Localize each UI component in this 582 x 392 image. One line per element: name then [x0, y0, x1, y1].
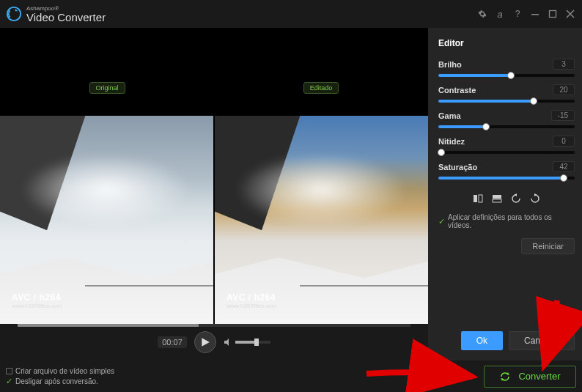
original-tag: Original	[89, 82, 125, 94]
maximize-icon[interactable]	[547, 8, 559, 20]
reset-button[interactable]: Reiniciar	[521, 238, 575, 254]
preview-pane: Original Editado AVC / h264 www.h265file…	[0, 28, 428, 360]
watermark-codec: AVC / h264	[226, 292, 276, 303]
watermark-codec: AVC / h264	[12, 292, 62, 303]
slider-label: Nitidez	[438, 137, 465, 146]
check-icon: ✓	[6, 377, 12, 386]
rotate-left-icon[interactable]	[509, 191, 523, 206]
slider-nitidez: Nitidez0	[438, 136, 575, 154]
help-icon[interactable]: ?	[512, 8, 523, 20]
rotate-right-icon[interactable]	[528, 191, 542, 206]
simple-file-check[interactable]: Criar arquivo de vídeo simples	[6, 367, 114, 375]
current-time: 00:07	[158, 336, 187, 348]
tool-icons	[438, 191, 575, 206]
slider-track[interactable]	[438, 151, 575, 154]
refresh-icon	[499, 371, 511, 382]
timeline[interactable]	[18, 324, 410, 327]
svg-rect-6	[474, 195, 477, 202]
svg-rect-9	[493, 199, 501, 202]
convert-label: Converter	[518, 371, 560, 382]
svg-rect-8	[493, 195, 501, 199]
slider-track[interactable]	[438, 177, 575, 180]
volume-icon	[224, 338, 232, 347]
shutdown-check[interactable]: ✓Desligar após conversão.	[6, 377, 114, 386]
shutdown-label: Desligar após conversão.	[15, 377, 98, 385]
slider-saturacao: Saturação42	[438, 161, 575, 180]
slider-label: Contraste	[438, 86, 476, 95]
convert-button[interactable]: Converter	[484, 366, 576, 388]
slider-value[interactable]: 42	[553, 161, 575, 172]
slider-label: Gama	[438, 111, 461, 120]
editor-panel: Editor Brilho3 Contraste20 Gama-15 Nitid…	[428, 28, 582, 360]
ok-button[interactable]: Ok	[461, 331, 503, 350]
playback-controls: 00:07	[0, 324, 428, 360]
slider-track[interactable]	[438, 74, 575, 77]
slider-value[interactable]: -15	[551, 110, 575, 121]
preview-videos: Original Editado AVC / h264 www.h265file…	[0, 28, 428, 324]
svg-marker-5	[224, 339, 229, 346]
simple-file-label: Criar arquivo de vídeo simples	[15, 367, 114, 375]
main-area: Original Editado AVC / h264 www.h265file…	[0, 28, 582, 360]
apply-all-label: Aplicar definições para todos os vídeos.	[448, 213, 575, 229]
edited-tag: Editado	[303, 82, 339, 94]
svg-rect-3	[550, 11, 556, 18]
flip-horizontal-icon[interactable]	[471, 191, 485, 206]
brand-a-icon[interactable]: a	[494, 8, 506, 20]
slider-track[interactable]	[438, 125, 575, 128]
check-icon: ✓	[438, 217, 445, 226]
svg-rect-7	[479, 195, 482, 202]
slider-gama: Gama-15	[438, 110, 575, 128]
editor-title: Editor	[438, 38, 575, 48]
svg-marker-4	[202, 338, 210, 347]
watermark-site: www.h265files.com	[12, 303, 62, 309]
thumb-original: AVC / h264 www.h265files.com	[0, 116, 213, 324]
slider-brilho: Brilho3	[438, 59, 575, 77]
thumb-edited: AVC / h264 www.h265files.com	[215, 116, 428, 324]
minimize-icon[interactable]	[529, 8, 541, 20]
titlebar: Ashampoo® Video Converter a ?	[0, 0, 582, 28]
slider-label: Saturação	[438, 163, 477, 171]
watermark-site: www.h265files.com	[226, 303, 276, 309]
slider-label: Brilho	[438, 60, 462, 69]
brand-large: Video Converter	[26, 12, 106, 23]
gear-icon[interactable]	[476, 8, 488, 20]
volume-control[interactable]	[224, 338, 270, 347]
play-button[interactable]	[194, 331, 216, 353]
bottombar: Criar arquivo de vídeo simples ✓Desligar…	[0, 360, 582, 392]
slider-track[interactable]	[438, 100, 575, 103]
slider-contraste: Contraste20	[438, 84, 575, 103]
flip-vertical-icon[interactable]	[490, 191, 504, 206]
checkbox-icon	[6, 368, 12, 374]
svg-rect-2	[531, 14, 539, 15]
close-icon[interactable]	[564, 8, 576, 20]
cancel-button[interactable]: Cancelar	[509, 331, 575, 350]
slider-value[interactable]: 20	[553, 84, 575, 95]
apply-all-check[interactable]: ✓ Aplicar definições para todos os vídeo…	[438, 213, 575, 229]
slider-value[interactable]: 0	[553, 136, 575, 147]
slider-value[interactable]: 3	[553, 59, 575, 70]
app-logo-icon	[6, 6, 22, 22]
